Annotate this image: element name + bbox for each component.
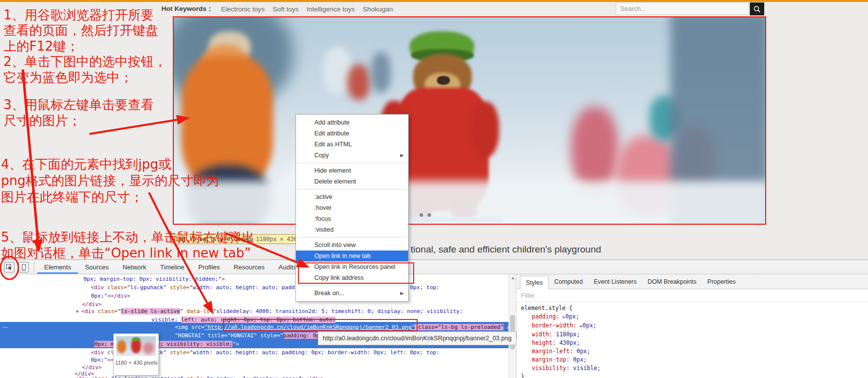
banner-decor (571, 107, 618, 191)
dom-tree-line[interactable]: ▼ <div class="ls-slide ls-active" data-l… (76, 308, 463, 315)
code-segment: style= (166, 349, 189, 356)
styles-filter-input[interactable]: Filter (517, 289, 868, 302)
devtools-tab-timeline[interactable]: Timeline (153, 260, 192, 274)
image-preview-thumbnail (116, 336, 156, 356)
search-button[interactable] (750, 2, 764, 15)
code-segment: "ls-loading-container" (111, 376, 184, 378)
menu-item-active[interactable]: :active (296, 191, 408, 202)
link-url-tooltip: http://a0.leadongcdn.cn/cloud/imBonKnkSR… (318, 331, 516, 345)
menu-item-hover[interactable]: :hover (296, 202, 408, 213)
css-property-padding[interactable]: padding: ▶0px; (521, 313, 600, 321)
menu-item-edit-as-html[interactable]: Edit as HTML (296, 139, 408, 150)
menu-item-hide-element[interactable]: Hide element (296, 165, 408, 176)
slider-dot[interactable] (420, 213, 423, 217)
styles-tab-properties[interactable]: Properties (702, 274, 741, 289)
dom-tree-line[interactable]: <img src="http://a0.leadongcdn.cn/cloud/… (175, 324, 520, 331)
rule-selector[interactable]: element.style (521, 305, 566, 312)
menu-item-open-link-in-resources-panel[interactable]: Open link in Resources panel (296, 261, 408, 272)
search-icon (753, 5, 761, 13)
css-property-margin-left[interactable]: margin-left: 0px; (521, 347, 600, 356)
dom-tree-line[interactable]: visible; left: auto; right: 0px; top: 0p… (151, 316, 336, 323)
css-property-height[interactable]: height: 430px; (521, 339, 600, 347)
banner-decor (173, 181, 766, 225)
tutorial-step-text: png格式的图片链接，显示的尺寸即为 (1, 173, 219, 188)
device-mode-button[interactable] (18, 262, 29, 272)
device-phone-icon (21, 264, 27, 271)
devtools-tab-resources[interactable]: Resources (227, 260, 272, 274)
elements-scrollbar[interactable]: ▲ (508, 274, 516, 378)
styles-tab-event-listeners[interactable]: Event Listeners (588, 274, 642, 289)
styles-tab-computed[interactable]: Computed (549, 274, 588, 289)
code-segment: 0px;" (91, 293, 107, 299)
inspect-cursor-icon (6, 264, 12, 270)
menu-separator (297, 237, 407, 238)
inspect-element-button[interactable] (4, 262, 14, 272)
slider-dot[interactable] (428, 213, 431, 217)
css-property-border-width[interactable]: border-width: ▶0px; (521, 321, 600, 330)
styles-sidebar: StylesComputedEvent ListenersDOM Breakpo… (517, 274, 868, 378)
screenshot-stage: Hot Keywords： Electronic toysSoft toysIn… (0, 0, 868, 378)
code-segment: ></div> (302, 376, 325, 378)
hot-keyword-link[interactable]: Shokugan (362, 5, 393, 13)
tabbar-divider (34, 261, 34, 272)
image-src-link[interactable]: "http://a0.leadongcdn.cn/cloud/imBonKnkS… (205, 324, 415, 330)
devtools-tab-profiles[interactable]: Profiles (191, 260, 226, 274)
hot-keyword-link[interactable]: Soft toys (273, 5, 299, 13)
styles-tabbar: StylesComputedEvent ListenersDOM Breakpo… (517, 274, 868, 289)
element-style-rule: element.style { padding: ▶0px;border-wid… (521, 304, 600, 378)
code-segment: visible; (151, 316, 181, 323)
banner-image[interactable] (173, 16, 766, 225)
menu-item-scroll-into-view[interactable]: Scroll into view (296, 240, 408, 251)
styles-tab-dom-breakpoints[interactable]: DOM Breakpoints (642, 274, 702, 289)
tutorial-step-text: 它变为蓝色即为选中； (3, 70, 133, 85)
code-segment: > (221, 276, 225, 282)
dom-tree-line[interactable]: 0px; margin-top: 0px; visibility: hidden… (83, 276, 225, 283)
search-input[interactable]: Search... (616, 2, 749, 15)
hot-keyword-link[interactable]: Electronic toys (221, 5, 265, 13)
tutorial-step-text: 尺寸的图片； (3, 113, 81, 128)
code-segment: "ls-gpuhack" (127, 284, 166, 291)
styles-tab-styles[interactable]: Styles (520, 276, 549, 289)
devtools-tab-elements[interactable]: Elements (37, 260, 78, 274)
menu-item-break-on[interactable]: Break on...▶ (296, 288, 408, 299)
code-segment: src= (188, 324, 205, 330)
code-segment: class= (104, 284, 127, 291)
menu-item-copy-link-address[interactable]: Copy link address (296, 272, 408, 283)
close-brace: } (521, 373, 600, 378)
css-property-width[interactable]: width: 1180px; (521, 330, 600, 339)
menu-item-visited[interactable]: :visited (296, 224, 408, 235)
hot-keyword-link[interactable]: Intelligence toys (307, 5, 355, 13)
scroll-up-arrow-icon[interactable]: ▲ (509, 275, 517, 280)
tutorial-step-text: 2、单击下图中的选中按钮， (3, 54, 167, 69)
dom-tree-line[interactable]: 0px;"></div> (91, 293, 130, 300)
menu-item-add-attribute[interactable]: Add attribute (296, 117, 408, 128)
code-segment: <div (81, 308, 95, 315)
code-segment: <img (175, 324, 188, 330)
css-property-visibility[interactable]: visibility: visible; (521, 364, 600, 373)
menu-separator (297, 163, 407, 163)
image-size-label: 1180 × 430 pixels (114, 360, 159, 366)
image-preview-popup: 1180 × 430 pixels (113, 333, 159, 376)
menu-item-open-link-in-new-tab[interactable]: Open link in new tab (296, 251, 408, 261)
thumb-decor (132, 337, 140, 341)
gutter-ellipsis: … (2, 322, 8, 329)
page-caption: tional, safe and efficient children's pl… (411, 244, 601, 255)
dom-tree-line[interactable]: ▶ <div class="ls-loading-container" styl… (70, 376, 325, 378)
css-property-margin-top[interactable]: margin-top: 0px; (521, 356, 600, 364)
menu-item-focus[interactable]: :focus (296, 213, 408, 224)
menu-item-copy[interactable]: Copy▶ (296, 150, 408, 161)
code-segment: "HONGTAI" title="HONGTAI" style=" (175, 332, 284, 339)
code-segment: 0px;" (91, 357, 107, 363)
code-segment: "width: auto; height: auto; padding: 0px… (190, 349, 439, 356)
dom-tree-line[interactable]: </div> (82, 364, 102, 371)
devtools-tab-network[interactable]: Network (116, 260, 153, 274)
dom-tree-line[interactable]: </div> (82, 301, 102, 308)
tutorial-step-text: 1、用谷歌浏览器打开所要 (3, 7, 154, 22)
thumb-decor (143, 342, 154, 354)
code-segment: <div (75, 376, 88, 378)
menu-item-edit-attribute[interactable]: Edit attribute (296, 128, 408, 139)
menu-item-delete-element[interactable]: Delete element (296, 176, 408, 187)
devtools-tab-sources[interactable]: Sources (78, 260, 116, 274)
code-segment: style= (183, 376, 206, 378)
slider-pagination[interactable] (420, 213, 431, 217)
